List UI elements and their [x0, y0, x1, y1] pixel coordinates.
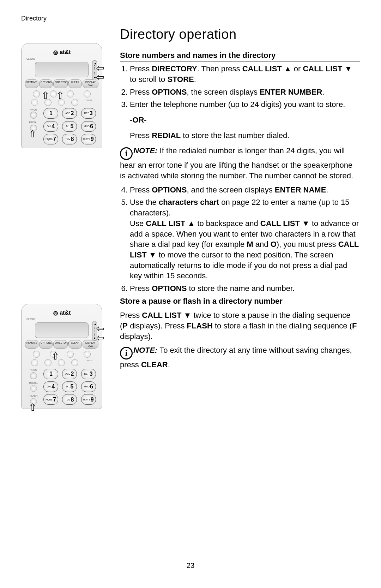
pointer-arrow-icon: ⇧ — [51, 351, 59, 361]
or-label: -OR- — [130, 115, 360, 125]
pointer-arrow-icon: ⇧ — [41, 91, 49, 101]
fn-directory: DIRECTORY — [53, 79, 68, 88]
fn-options: OPTIONS — [39, 79, 53, 88]
key-8: TUV8 — [62, 394, 77, 405]
phone-screen — [35, 62, 89, 77]
page-header-label: Directory — [21, 14, 360, 23]
function-row: REMOVE OPTIONS DIRECTORY CLEAR DISPLAY D… — [25, 340, 98, 349]
phone-brand: ⊜ at&t — [25, 309, 98, 317]
fn-directory: DIRECTORY — [53, 340, 68, 349]
key-4: GHI4 — [43, 381, 58, 392]
phone-model: CL2909 — [26, 57, 98, 60]
key-7: PQRS7 — [43, 394, 58, 405]
key-7: PQRS7 — [43, 134, 58, 144]
steps-list-2: Press OPTIONS, and the screen displays E… — [120, 185, 360, 294]
phone-model: CL2909 — [26, 317, 98, 321]
phone-brand: ⊜ at&t — [25, 48, 98, 57]
pointer-arrow-icon: ⇧ — [29, 129, 37, 139]
phone-illustration-2: ⊜ at&t CL2909 ◀ CALL LIST ▶ ⇦ ⇦ REMOVE O… — [21, 304, 102, 409]
fn-remove: REMOVE — [25, 340, 38, 349]
note-1: iNOTE: If the redialed number is longer … — [120, 145, 360, 181]
memory-row — [28, 351, 96, 358]
key-5: JKL5 — [62, 121, 77, 132]
fn-clear: CLEAR — [68, 79, 82, 88]
step-4: Press OPTIONS, and the screen displays E… — [130, 185, 360, 195]
note-2: iNOTE: To exit the directory at any time… — [120, 345, 360, 370]
globe-icon: ⊜ — [53, 48, 58, 57]
function-row: REMOVE OPTIONS DIRECTORY CLEAR DISPLAY D… — [25, 79, 98, 88]
illustration-column: ⊜ at&t CL2909 ◀ CALL LIST ▶ ⇦ ⇦ REMOVE O… — [21, 25, 109, 409]
key-6: MNO6 — [81, 121, 96, 132]
key-1: 1 — [43, 108, 58, 119]
key-5: JKL5 — [62, 381, 77, 392]
content-column: Directory operation Store numbers and na… — [120, 25, 360, 409]
step-2: Press OPTIONS, the screen displays ENTER… — [130, 87, 360, 97]
pointer-arrow-icon: ⇦ — [96, 72, 104, 82]
step-3: Enter the telephone number (up to 24 dig… — [130, 99, 360, 110]
page-title: Directory operation — [120, 25, 360, 43]
step-1: Press DIRECTORY. Then press CALL LIST ▲ … — [130, 64, 360, 84]
page-number: 23 — [0, 561, 381, 570]
pointer-arrow-icon: ⇦ — [96, 333, 104, 343]
keypad: PROG 1 ABC2 DEF3 REDIAL⇧ GHI4 JKL5 MNO6 … — [27, 108, 96, 144]
key-3: DEF3 — [81, 369, 96, 379]
info-icon: i — [120, 347, 133, 360]
section-heading: Store a pause or flash in a directory nu… — [120, 296, 360, 308]
key-6: MNO6 — [81, 381, 96, 392]
pointer-arrow-icon: ⇧ — [56, 91, 64, 101]
pointer-arrow-icon: ⇧ — [29, 403, 37, 412]
key-4: GHI4 — [43, 121, 58, 132]
step-5: Use the characters chart on page 22 to e… — [130, 197, 360, 281]
memory-row: LOWER — [28, 359, 96, 366]
section2-paragraph: Press CALL LIST ▼ twice to store a pause… — [120, 310, 360, 341]
key-8: TUV8 — [62, 134, 77, 144]
globe-icon: ⊜ — [53, 309, 58, 317]
fn-options: OPTIONS — [39, 340, 53, 349]
key-9: WXYZ9 — [81, 394, 96, 405]
steps-list-1: Press DIRECTORY. Then press CALL LIST ▲ … — [120, 64, 360, 110]
redial-instruction: Press REDIAL to store the last number di… — [130, 130, 360, 141]
key-9: WXYZ9 — [81, 134, 96, 144]
keypad: PROG 1 ABC2 DEF3 REDIAL GHI4 JKL5 MNO6 F… — [27, 368, 96, 405]
step-6: Press OPTIONS to store the name and numb… — [130, 283, 360, 294]
phone-illustration-1: ⊜ at&t CL2909 ◀ CALL LIST ▶ ⇦ ⇦ REMOVE O… — [21, 43, 102, 148]
section-heading: Store numbers and names in the directory — [120, 50, 360, 62]
phone-screen — [35, 322, 89, 338]
fn-clear: CLEAR — [68, 340, 82, 349]
key-2: ABC2 — [62, 369, 77, 379]
fn-remove: REMOVE — [25, 79, 38, 88]
key-3: DEF3 — [81, 108, 96, 119]
key-1: 1 — [43, 369, 58, 379]
info-icon: i — [120, 147, 133, 160]
key-2: ABC2 — [62, 108, 77, 119]
